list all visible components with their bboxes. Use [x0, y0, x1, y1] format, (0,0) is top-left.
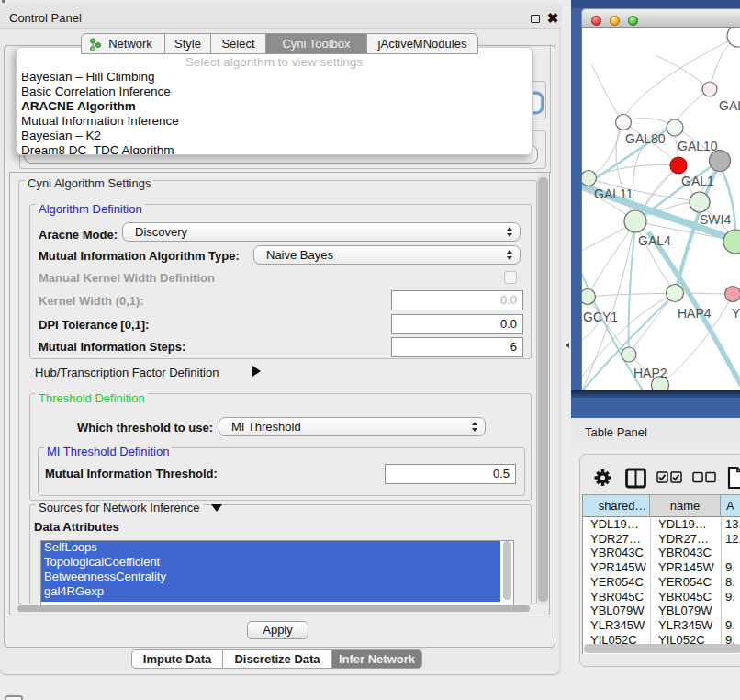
- svg-text:GAL10: GAL10: [678, 139, 718, 153]
- svg-text:GAL11: GAL11: [594, 186, 633, 201]
- svg-text:GAL1: GAL1: [681, 174, 714, 188]
- svg-text:HAP2: HAP2: [633, 366, 667, 380]
- svg-text:SWI4: SWI4: [700, 212, 731, 227]
- svg-text:HAP4: HAP4: [678, 306, 712, 321]
- svg-text:GAL80: GAL80: [625, 131, 666, 146]
- svg-text:GAL7: GAL7: [719, 98, 740, 113]
- svg-text:GAL4: GAL4: [638, 233, 671, 248]
- svg-text:GCY1: GCY1: [583, 310, 618, 324]
- svg-text:Y: Y: [732, 306, 740, 321]
